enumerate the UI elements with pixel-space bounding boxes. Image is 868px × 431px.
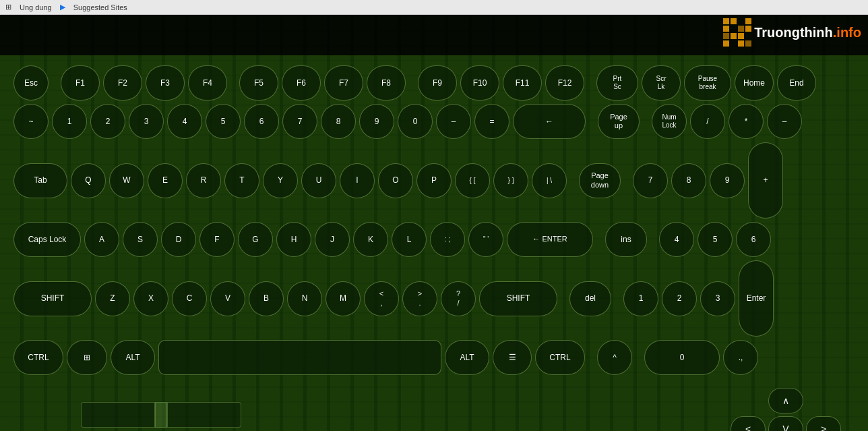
key-e[interactable]: E: [148, 163, 183, 198]
key-esc[interactable]: Esc: [13, 65, 49, 100]
key-ins[interactable]: ins: [605, 222, 647, 257]
trackpad-right-button[interactable]: [167, 402, 241, 428]
key-period[interactable]: > .: [402, 281, 437, 316]
key-end[interactable]: End: [777, 65, 816, 100]
key-f11[interactable]: F11: [503, 65, 542, 100]
key-backslash[interactable]: | \: [532, 163, 567, 198]
key-m[interactable]: M: [326, 281, 361, 316]
key-alt-right[interactable]: ALT: [445, 340, 489, 375]
key-menu[interactable]: ☰: [493, 340, 532, 375]
key-7[interactable]: 7: [282, 104, 317, 139]
key-f3[interactable]: F3: [146, 65, 185, 100]
key-num-dot[interactable]: .,: [723, 340, 758, 375]
key-f4[interactable]: F4: [188, 65, 227, 100]
key-num-minus[interactable]: –: [767, 104, 802, 139]
key-shift-right[interactable]: SHIFT: [479, 281, 557, 316]
key-z[interactable]: Z: [95, 281, 130, 316]
key-quote[interactable]: " ': [468, 222, 503, 257]
key-f9[interactable]: F9: [418, 65, 457, 100]
key-0[interactable]: 0: [398, 104, 433, 139]
key-r[interactable]: R: [186, 163, 221, 198]
key-pause[interactable]: Pause break: [684, 65, 731, 100]
key-y[interactable]: Y: [263, 163, 298, 198]
key-u[interactable]: U: [301, 163, 336, 198]
trackpad-left-button[interactable]: [81, 402, 155, 428]
key-arrow-right[interactable]: >: [806, 416, 841, 431]
key-pagedown[interactable]: Page down: [579, 163, 621, 198]
key-home[interactable]: Home: [735, 65, 774, 100]
key-alt-left[interactable]: ALT: [111, 340, 155, 375]
key-x[interactable]: X: [133, 281, 168, 316]
key-num-plus[interactable]: +: [748, 142, 783, 219]
key-f7[interactable]: F7: [324, 65, 363, 100]
key-comma[interactable]: < ,: [364, 281, 399, 316]
key-f12[interactable]: F12: [545, 65, 584, 100]
key-o[interactable]: O: [378, 163, 413, 198]
key-v[interactable]: V: [210, 281, 245, 316]
key-b[interactable]: B: [249, 281, 284, 316]
key-q[interactable]: Q: [71, 163, 106, 198]
key-3[interactable]: 3: [129, 104, 164, 139]
key-windows[interactable]: ⊞: [67, 340, 107, 375]
key-num-8[interactable]: 8: [671, 163, 706, 198]
key-tilde[interactable]: ~: [13, 104, 49, 139]
key-semicolon[interactable]: : ;: [430, 222, 465, 257]
key-shift-left[interactable]: SHIFT: [13, 281, 92, 316]
key-caret[interactable]: ^: [597, 340, 632, 375]
key-num-asterisk[interactable]: *: [728, 104, 764, 139]
key-9[interactable]: 9: [359, 104, 394, 139]
key-8[interactable]: 8: [321, 104, 356, 139]
key-4[interactable]: 4: [167, 104, 202, 139]
key-space[interactable]: [158, 340, 441, 375]
key-prtsc[interactable]: Prt Sc: [596, 65, 638, 100]
key-num-9[interactable]: 9: [710, 163, 745, 198]
key-minus[interactable]: –: [436, 104, 471, 139]
key-num-5[interactable]: 5: [698, 222, 733, 257]
key-c[interactable]: C: [172, 281, 207, 316]
key-num-2[interactable]: 2: [662, 281, 697, 316]
key-w[interactable]: W: [109, 163, 144, 198]
key-p[interactable]: P: [416, 163, 452, 198]
key-j[interactable]: J: [315, 222, 350, 257]
key-f2[interactable]: F2: [103, 65, 142, 100]
key-f8[interactable]: F8: [367, 65, 406, 100]
key-backspace[interactable]: ←: [513, 104, 586, 139]
key-scrlk[interactable]: Scr Lk: [642, 65, 681, 100]
key-slash[interactable]: ? /: [441, 281, 476, 316]
key-f[interactable]: F: [199, 222, 235, 257]
key-h[interactable]: H: [276, 222, 311, 257]
key-t[interactable]: T: [224, 163, 259, 198]
key-numlock[interactable]: Num Lock: [652, 104, 687, 139]
key-num-3[interactable]: 3: [700, 281, 735, 316]
key-num-7[interactable]: 7: [633, 163, 668, 198]
key-f10[interactable]: F10: [460, 65, 499, 100]
key-capslock[interactable]: Caps Lock: [13, 222, 81, 257]
key-num-enter[interactable]: Enter: [739, 260, 774, 337]
key-del[interactable]: del: [569, 281, 611, 316]
key-2[interactable]: 2: [90, 104, 125, 139]
key-ctrl-left[interactable]: CTRL: [13, 340, 63, 375]
key-f6[interactable]: F6: [282, 65, 321, 100]
key-bracket-left[interactable]: { [: [455, 163, 490, 198]
key-arrow-left[interactable]: <: [731, 416, 766, 431]
key-enter[interactable]: ← ENTER: [507, 222, 593, 257]
key-bracket-right[interactable]: } ]: [493, 163, 528, 198]
key-6[interactable]: 6: [244, 104, 279, 139]
key-f5[interactable]: F5: [239, 65, 278, 100]
key-arrow-down[interactable]: V: [768, 416, 803, 431]
key-ctrl-right[interactable]: CTRL: [535, 340, 585, 375]
key-1[interactable]: 1: [52, 104, 87, 139]
key-n[interactable]: N: [287, 281, 322, 316]
key-g[interactable]: G: [238, 222, 273, 257]
key-num-1[interactable]: 1: [623, 281, 658, 316]
key-num-slash[interactable]: /: [690, 104, 725, 139]
key-d[interactable]: D: [161, 222, 196, 257]
key-tab[interactable]: Tab: [13, 163, 67, 198]
key-num-4[interactable]: 4: [659, 222, 694, 257]
key-k[interactable]: K: [353, 222, 388, 257]
key-num-6[interactable]: 6: [736, 222, 771, 257]
key-i[interactable]: I: [340, 163, 375, 198]
key-num-0[interactable]: 0: [644, 340, 720, 375]
key-a[interactable]: A: [84, 222, 119, 257]
key-equals[interactable]: =: [474, 104, 509, 139]
